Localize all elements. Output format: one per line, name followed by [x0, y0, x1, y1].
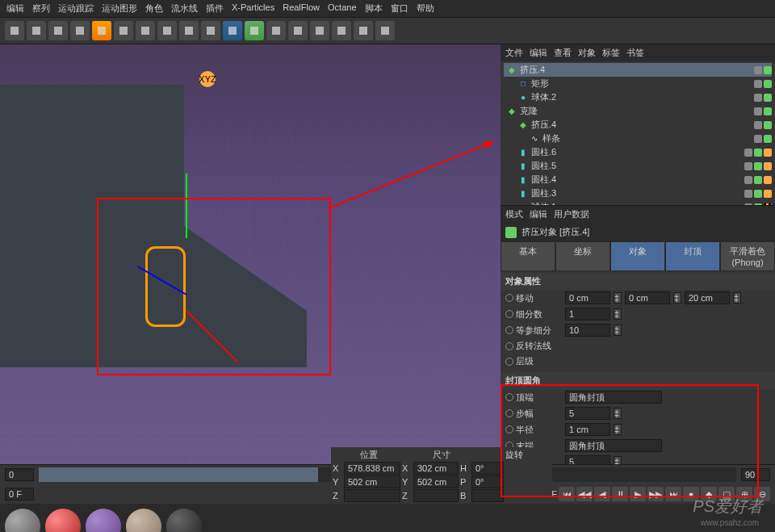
menu-运动图形[interactable]: 运动图形 [102, 2, 137, 15]
menu-插件[interactable]: 插件 [206, 2, 224, 15]
coord-input[interactable] [471, 489, 504, 502]
tag-icon[interactable] [764, 135, 772, 143]
tag-icon[interactable] [764, 66, 772, 74]
material-slot[interactable]: 材质 [126, 509, 161, 532]
spinner-icon[interactable]: ‡ [614, 292, 622, 304]
tag-icon[interactable] [764, 107, 772, 115]
undo-icon[interactable] [5, 21, 24, 40]
tree-item-圆柱.3[interactable]: ▮ 圆柱.3 [504, 186, 772, 200]
obj-tab-对象[interactable]: 对象 [578, 47, 596, 59]
menu-运动跟踪[interactable]: 运动跟踪 [58, 2, 94, 15]
polygon-icon[interactable] [179, 21, 199, 40]
redo-icon[interactable] [27, 21, 46, 40]
tree-item-圆柱.5[interactable]: ▮ 圆柱.5 [504, 159, 772, 173]
attr-menu-用户数据[interactable]: 用户数据 [554, 208, 589, 220]
attr-tab-对象[interactable]: 对象 [610, 241, 665, 271]
attr-menu-编辑[interactable]: 编辑 [530, 208, 547, 220]
spinner-icon[interactable]: ‡ [614, 308, 622, 320]
coord-input[interactable] [344, 475, 400, 488]
current-frame-input[interactable] [5, 488, 34, 501]
light-icon[interactable] [310, 21, 329, 40]
floor-icon[interactable] [332, 21, 351, 40]
tree-item-挤压.4[interactable]: ◆ 挤压.4 [504, 118, 772, 132]
coord-input[interactable] [413, 475, 459, 488]
coord-input[interactable] [344, 489, 400, 502]
timeline-start-input[interactable] [5, 468, 34, 481]
radio-icon[interactable] [505, 342, 513, 350]
menu-RealFlow[interactable]: RealFlow [283, 2, 320, 15]
menu-察列[interactable]: 察列 [32, 2, 50, 15]
viewport[interactable]: 网格间距: 1000 cm XYZ [0, 44, 501, 464]
radio-icon[interactable] [505, 358, 513, 366]
coord-input[interactable] [471, 475, 504, 488]
tag-icon[interactable] [764, 94, 772, 102]
live-icon[interactable] [48, 21, 68, 40]
tag-icon[interactable] [764, 190, 772, 198]
material-slot[interactable]: 壁垒 [166, 509, 202, 532]
tag-icon[interactable] [754, 121, 762, 129]
spinner-icon[interactable]: ‡ [733, 292, 741, 304]
radio-icon[interactable] [505, 326, 513, 334]
menu-窗口[interactable]: 窗口 [391, 2, 408, 15]
menu-流水线[interactable]: 流水线 [171, 2, 198, 15]
tree-item-球体.1[interactable]: ▲ 球体.1 [504, 200, 772, 206]
material-slot[interactable]: 材质.1 [45, 509, 81, 532]
attr-tab-基本[interactable]: 基本 [501, 241, 555, 271]
tag-icon[interactable] [764, 176, 772, 184]
clapper-icon[interactable] [136, 21, 155, 40]
material-preview-icon[interactable] [166, 509, 202, 532]
menu-角色[interactable]: 角色 [145, 2, 163, 15]
coord-input[interactable] [413, 489, 459, 502]
prop-input[interactable] [565, 324, 610, 337]
prop-input[interactable] [565, 308, 610, 320]
tag-icon[interactable] [754, 190, 762, 198]
tag-icon[interactable] [744, 149, 752, 157]
sphere-blue-icon[interactable] [223, 21, 242, 40]
tag-icon[interactable] [764, 121, 772, 129]
tree-item-克隆[interactable]: ◆ 克隆 [504, 104, 772, 118]
material-preview-icon[interactable] [5, 509, 40, 532]
obj-tab-编辑[interactable]: 编辑 [530, 47, 547, 59]
spinner-icon[interactable]: ‡ [614, 325, 622, 336]
tag-icon[interactable] [744, 190, 752, 198]
obj-tab-文件[interactable]: 文件 [505, 47, 523, 59]
attr-menu-模式[interactable]: 模式 [505, 208, 523, 220]
render-icon[interactable] [157, 21, 177, 40]
material-preview-icon[interactable] [126, 509, 161, 532]
menu-Octane[interactable]: Octane [328, 2, 356, 15]
tag-icon[interactable] [754, 80, 762, 88]
tree-item-圆柱.6[interactable]: ▮ 圆柱.6 [504, 145, 772, 159]
camera-icon[interactable] [354, 21, 373, 40]
tag-icon[interactable] [754, 107, 762, 115]
attr-tab-坐标[interactable]: 坐标 [555, 241, 610, 271]
menu-编辑[interactable]: 编辑 [6, 2, 24, 15]
prop-input[interactable] [685, 291, 730, 304]
attr-tab-平滑着色(Phong)[interactable]: 平滑着色(Phong) [720, 241, 775, 271]
attr-tab-封顶[interactable]: 封顶 [665, 241, 720, 271]
tree-item-样条[interactable]: ∿ 样条 [504, 132, 772, 145]
tag-icon[interactable] [764, 149, 772, 157]
radio-icon[interactable] [505, 310, 513, 318]
tag-icon[interactable] [744, 162, 752, 170]
material-slot[interactable]: 材质.3 [5, 509, 40, 532]
tag-icon[interactable] [744, 176, 752, 184]
coord-input[interactable] [344, 462, 400, 475]
obj-tab-查看[interactable]: 查看 [554, 47, 572, 59]
prop-input[interactable] [565, 291, 610, 304]
material-preview-icon[interactable] [86, 509, 121, 532]
axis-icon[interactable] [70, 21, 90, 40]
tag-icon[interactable] [764, 80, 772, 88]
tree-item-矩形[interactable]: □ 矩形 [504, 77, 772, 90]
menu-X-Particles[interactable]: X-Particles [232, 2, 274, 15]
coord-input[interactable] [471, 462, 504, 475]
spinner-icon[interactable]: ‡ [673, 292, 681, 304]
cube-orange-icon[interactable] [92, 21, 111, 40]
coord-input[interactable] [413, 462, 459, 475]
tree-item-挤压.4[interactable]: ◆ 挤压.4 [504, 63, 772, 77]
material-preview-icon[interactable] [45, 509, 81, 532]
brush-icon[interactable] [201, 21, 220, 40]
material-slot[interactable]: 材质 [86, 509, 121, 532]
subdiv-green-icon[interactable] [245, 21, 264, 40]
record-icon[interactable] [375, 21, 395, 40]
tag-icon[interactable] [764, 162, 772, 170]
